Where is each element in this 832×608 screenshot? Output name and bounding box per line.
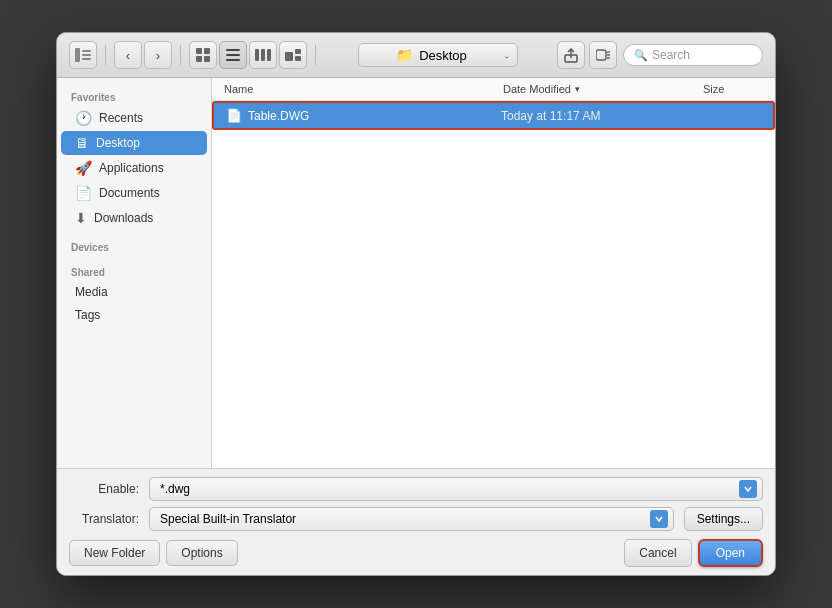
bottom-bar: Enable: *.dwg Translator: Special Built-… [57,468,775,575]
sidebar-item-applications[interactable]: 🚀 Applications [61,156,207,180]
translator-select[interactable]: Special Built-in Translator [149,507,674,531]
svg-rect-14 [285,52,293,61]
toolbar-separator [105,45,106,65]
svg-rect-19 [596,50,606,60]
tags-label: Tags [75,308,100,322]
svg-rect-3 [82,58,91,60]
file-date: Today at 11:17 AM [501,109,701,123]
cancel-button[interactable]: Cancel [624,539,691,567]
sidebar-item-tags[interactable]: Tags [61,304,207,326]
settings-button[interactable]: Settings... [684,507,763,531]
enable-select-wrapper: *.dwg [149,477,763,501]
enable-row: Enable: *.dwg [69,477,763,501]
column-date-header: Date Modified ▾ [503,83,703,95]
svg-rect-7 [204,56,210,62]
toolbar: ‹ › [57,33,775,78]
sidebar-item-documents[interactable]: 📄 Documents [61,181,207,205]
location-label: Desktop [419,48,467,63]
documents-icon: 📄 [75,185,92,201]
svg-rect-4 [196,48,202,54]
devices-section-label: Devices [57,236,211,255]
toolbar-actions [557,41,617,69]
svg-rect-1 [82,50,91,52]
sidebar-applications-label: Applications [99,161,164,175]
sort-arrow-icon: ▾ [575,84,580,94]
sidebar-desktop-label: Desktop [96,136,140,150]
list-view-button[interactable] [219,41,247,69]
applications-icon: 🚀 [75,160,92,176]
location-selector[interactable]: 📁 Desktop [324,43,551,67]
sidebar-item-recents[interactable]: 🕐 Recents [61,106,207,130]
file-name: Table.DWG [248,109,501,123]
shared-section-label: Shared [57,261,211,280]
svg-rect-15 [295,49,301,54]
new-folder-button[interactable]: New Folder [69,540,160,566]
column-view-button[interactable] [249,41,277,69]
sidebar-item-downloads[interactable]: ⬇ Downloads [61,206,207,230]
sidebar-recents-label: Recents [99,111,143,125]
desktop-icon: 🖥 [75,135,89,151]
enable-label: Enable: [69,482,139,496]
search-icon: 🔍 [634,49,648,62]
svg-rect-0 [75,48,80,62]
open-file-dialog: ‹ › [56,32,776,576]
downloads-icon: ⬇ [75,210,87,226]
search-box[interactable]: 🔍 Search [623,44,763,66]
recents-icon: 🕐 [75,110,92,126]
column-size-header: Size [703,83,763,95]
file-list-header: Name Date Modified ▾ Size [212,78,775,101]
svg-rect-10 [226,59,240,61]
toolbar-separator-2 [180,45,181,65]
enable-select[interactable]: *.dwg [149,477,763,501]
sidebar: Favorites 🕐 Recents 🖥 Desktop 🚀 Applicat… [57,78,212,468]
svg-rect-6 [196,56,202,62]
location-folder-icon: 📁 [396,47,413,63]
nav-buttons: ‹ › [114,41,172,69]
svg-rect-9 [226,54,240,56]
svg-rect-16 [295,56,301,61]
sidebar-item-desktop[interactable]: 🖥 Desktop [61,131,207,155]
options-button[interactable]: Options [166,540,237,566]
buttons-row: New Folder Options Cancel Open [69,539,763,567]
share-button[interactable] [557,41,585,69]
gallery-view-button[interactable] [279,41,307,69]
icon-view-button[interactable] [189,41,217,69]
sidebar-toggle-button[interactable] [69,41,97,69]
left-buttons: New Folder Options [69,540,238,566]
column-name-header: Name [224,83,503,95]
back-button[interactable]: ‹ [114,41,142,69]
table-row[interactable]: 📄 Table.DWG Today at 11:17 AM [212,101,775,130]
search-placeholder: Search [652,48,690,62]
svg-rect-8 [226,49,240,51]
sidebar-downloads-label: Downloads [94,211,153,225]
file-list: Name Date Modified ▾ Size 📄 Table.DWG To… [212,78,775,468]
label-button[interactable] [589,41,617,69]
sidebar-item-media[interactable]: Media [61,281,207,303]
translator-label: Translator: [69,512,139,526]
translator-select-wrapper: Special Built-in Translator [149,507,674,531]
view-buttons [189,41,307,69]
right-buttons: Cancel Open [624,539,763,567]
svg-rect-2 [82,54,91,56]
media-label: Media [75,285,108,299]
toolbar-separator-3 [315,45,316,65]
open-button[interactable]: Open [698,539,763,567]
favorites-section-label: Favorites [57,86,211,105]
content-area: Favorites 🕐 Recents 🖥 Desktop 🚀 Applicat… [57,78,775,468]
file-type-icon: 📄 [226,108,242,123]
sidebar-documents-label: Documents [99,186,160,200]
translator-row: Translator: Special Built-in Translator … [69,507,763,531]
svg-rect-5 [204,48,210,54]
svg-rect-13 [267,49,271,61]
svg-rect-12 [261,49,265,61]
forward-button[interactable]: › [144,41,172,69]
svg-rect-11 [255,49,259,61]
